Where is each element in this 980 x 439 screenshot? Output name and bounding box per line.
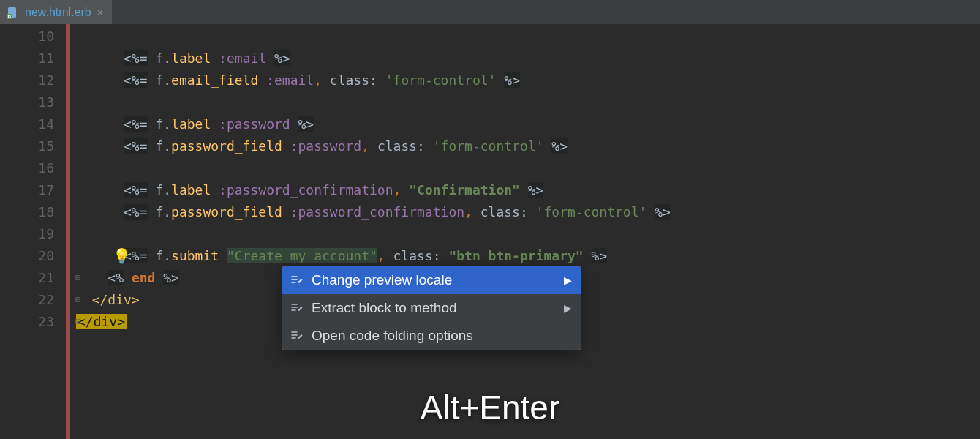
code-line[interactable] [76, 26, 671, 48]
code-token: %> [592, 248, 608, 263]
code-token: f [155, 204, 163, 220]
line-number: 17 [0, 179, 54, 201]
line-number: 12 [0, 70, 54, 91]
code-token [148, 116, 156, 132]
line-number: 11 [0, 48, 54, 70]
code-token: %> [504, 72, 520, 88]
code-token [369, 138, 377, 154]
code-token [148, 50, 156, 66]
code-line[interactable] [76, 91, 671, 113]
code-token: password_field [171, 138, 282, 154]
code-token: %> [163, 270, 179, 285]
svg-text:R: R [8, 14, 12, 18]
code-token: 'form-control' [433, 138, 544, 154]
intention-bulb-icon[interactable]: 💡 [113, 245, 131, 267]
code-token: f [155, 50, 163, 66]
code-token: end [132, 270, 156, 285]
code-line[interactable]: <%= f.label :password %> [76, 113, 671, 135]
line-number: 16 [0, 157, 54, 179]
code-token: :password [219, 116, 290, 132]
code-token: <% [108, 270, 124, 285]
editor-tab[interactable]: R new.html.erb × [0, 0, 112, 24]
code-token [211, 50, 219, 66]
chevron-right-icon: ▶ [564, 274, 572, 286]
code-line[interactable]: <%= f.password_field :password, class: '… [76, 135, 671, 157]
code-token [401, 182, 409, 198]
code-token [76, 72, 124, 88]
menu-item-label: Extract block to method [312, 300, 557, 316]
code-token [528, 204, 536, 220]
code-token: . [163, 138, 171, 154]
erb-file-icon: R [6, 6, 19, 19]
code-line[interactable] [76, 157, 671, 179]
code-line[interactable] [76, 223, 671, 245]
code-token [211, 182, 219, 198]
code-token [76, 116, 124, 132]
code-line[interactable]: 💡 <%= f.submit "Create my account", clas… [76, 245, 671, 267]
code-token [647, 204, 655, 220]
code-token: , [393, 182, 402, 198]
menu-item[interactable]: Open code folding options [282, 322, 581, 350]
code-token [584, 248, 592, 263]
code-line[interactable]: <%= f.password_field :password_confirmat… [76, 201, 671, 223]
code-line[interactable]: <%= f.email_field :email, class: 'form-c… [76, 70, 671, 91]
code-token [472, 204, 480, 220]
code-token: , [377, 248, 385, 263]
line-number: 20 [0, 245, 54, 267]
code-area[interactable]: <%= f.label :email %> <%= f.email_field … [66, 24, 671, 439]
code-token: , [464, 204, 472, 220]
line-number: 22 [0, 289, 54, 311]
code-token: "Create my account" [227, 248, 377, 263]
fold-handle-icon[interactable]: ⊟ [74, 289, 83, 311]
code-token: <%= [124, 50, 148, 66]
code-line[interactable]: <%= f.label :password_confirmation, "Con… [76, 179, 671, 201]
intention-actions-menu[interactable]: Change preview locale▶Extract block to m… [282, 266, 581, 350]
editor[interactable]: 1011121314151617181920212223 <%= f.label… [0, 24, 980, 439]
code-token: password_field [171, 204, 282, 220]
code-token [543, 138, 551, 154]
code-token [377, 72, 385, 88]
code-token [441, 248, 449, 263]
code-token: class: [377, 138, 425, 154]
code-token [219, 248, 227, 263]
edit-icon [290, 329, 304, 342]
code-token: :email [219, 50, 266, 66]
code-token [520, 182, 528, 198]
code-token: <%= [124, 138, 148, 154]
code-token [76, 138, 124, 154]
code-token: </div> [92, 292, 140, 307]
code-token: <%= [124, 204, 148, 220]
menu-item-label: Change preview locale [312, 272, 557, 288]
menu-item[interactable]: Change preview locale▶ [282, 266, 581, 294]
tab-bar: R new.html.erb × [0, 0, 980, 24]
code-token: submit [171, 248, 219, 263]
code-token [211, 116, 219, 132]
code-token: f [155, 116, 163, 132]
code-token: :email [266, 72, 314, 88]
code-token: . [163, 248, 171, 263]
line-number: 18 [0, 201, 54, 223]
code-token [148, 72, 156, 88]
code-token: class: [480, 204, 528, 220]
code-token: <%= [124, 116, 148, 132]
code-token: 'form-control' [385, 72, 497, 88]
line-number: 15 [0, 135, 54, 157]
fold-handle-icon[interactable]: ⊟ [74, 267, 83, 289]
code-token: f [155, 248, 163, 263]
code-token [385, 248, 393, 263]
fold-handle-icon[interactable]: ⊟ [74, 311, 83, 333]
menu-item[interactable]: Extract block to method▶ [282, 294, 581, 322]
code-token: . [163, 50, 171, 66]
code-line[interactable]: <%= f.label :email %> [76, 48, 671, 70]
code-token [496, 72, 504, 88]
code-token: class: [330, 72, 377, 88]
close-icon[interactable]: × [97, 7, 103, 18]
code-token: "btn btn-primary" [448, 248, 583, 263]
code-token [148, 182, 156, 198]
code-token [282, 138, 290, 154]
code-token: %> [298, 116, 314, 132]
code-token: . [163, 182, 171, 198]
code-token [76, 50, 124, 66]
code-token [425, 138, 433, 154]
code-token: , [361, 138, 369, 154]
